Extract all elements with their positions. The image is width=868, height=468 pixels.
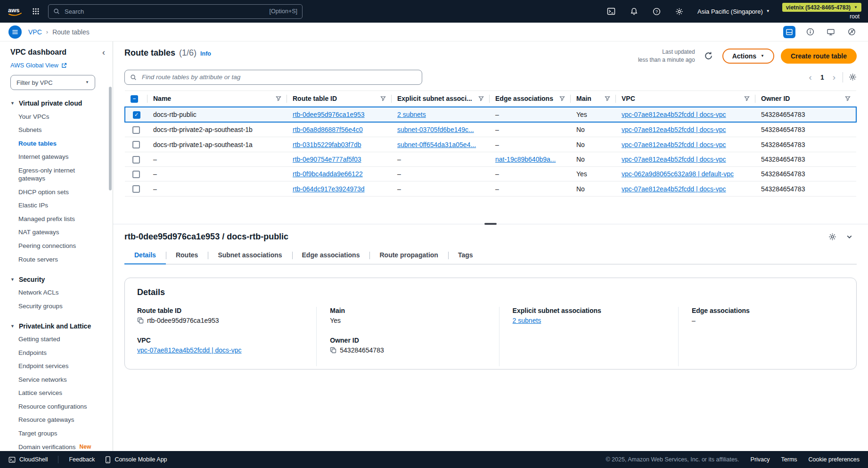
row-checkbox[interactable] [132, 185, 140, 193]
global-search-input[interactable] [64, 8, 266, 16]
route-table-id-link[interactable]: rtb-06a8d86887f56e4c0 [293, 126, 363, 133]
filter-icon[interactable] [845, 96, 851, 101]
sidebar-item-target-groups[interactable]: Target groups [10, 427, 103, 440]
filter-icon[interactable] [744, 96, 750, 101]
region-selector[interactable]: Asia Pacific (Singapore) ▼ [697, 8, 770, 15]
sidebar-item-peering-connections[interactable]: Peering connections [10, 239, 103, 253]
edge-association-link[interactable]: nat-19c89b640b9a... [495, 156, 556, 163]
sidebar-item-route-servers[interactable]: Route servers [10, 253, 103, 266]
global-search[interactable]: [Option+S] [48, 4, 303, 19]
tab-tags[interactable]: Tags [448, 247, 483, 264]
sidebar-section-security[interactable]: ▼Security [10, 276, 113, 283]
tab-route-propagation[interactable]: Route propagation [369, 247, 448, 264]
sidebar-item-your-vpcs[interactable]: Your VPCs [10, 110, 103, 123]
copy-icon[interactable] [137, 317, 144, 324]
breadcrumb-vpc[interactable]: VPC [28, 28, 42, 36]
field-value-link[interactable]: vpc-07ae812ea4b52fcdd | docs-vpc [137, 346, 242, 354]
find-route-tables-text-input[interactable] [141, 73, 417, 81]
vpc-link[interactable]: vpc-07ae812ea4b52fcdd | docs-vpc [622, 185, 726, 193]
filter-icon[interactable] [380, 96, 386, 101]
sidebar-item-elastic-ips[interactable]: Elastic IPs [10, 199, 103, 213]
keyboard-shortcuts-icon[interactable] [825, 26, 837, 38]
cloudshell-footer-button[interactable]: CloudShell [8, 456, 48, 463]
column-header-edge-associations[interactable]: Edge associations [490, 90, 571, 107]
sidebar-item-security-groups[interactable]: Security groups [10, 299, 103, 313]
collapse-sidebar-icon[interactable]: ‹ [102, 48, 105, 57]
vpc-link[interactable]: vpc-07ae812ea4b52fcdd | docs-vpc [622, 156, 726, 163]
tab-edge-associations[interactable]: Edge associations [292, 247, 370, 264]
sidebar-section-virtual-private-cloud[interactable]: ▼Virtual private cloud [10, 99, 113, 107]
next-page-icon[interactable]: › [831, 73, 837, 82]
sidebar-item-endpoint-services[interactable]: Endpoint services [10, 360, 103, 373]
aws-logo[interactable]: aws [7, 5, 24, 17]
create-route-table-button[interactable]: Create route table [781, 49, 857, 64]
sidebar-item-domain-verifications[interactable]: Domain verificationsNew [10, 440, 103, 451]
settings-icon[interactable] [671, 3, 687, 19]
explicit-subnet-link[interactable]: 2 subnets [397, 111, 426, 118]
footer-link-privacy[interactable]: Privacy [751, 456, 770, 463]
collapse-panel-chevron-icon[interactable] [846, 233, 853, 240]
info-link[interactable]: Info [200, 50, 211, 57]
column-header-owner-id[interactable]: Owner ID [755, 90, 856, 107]
sidebar-item-resource-configurations[interactable]: Resource configurations [10, 400, 103, 413]
filter-icon[interactable] [276, 96, 281, 101]
tab-subnet-associations[interactable]: Subnet associations [208, 247, 292, 264]
route-table-id-link[interactable]: rtb-064dc917e3924973d [293, 185, 365, 193]
column-header-vpc[interactable]: VPC [616, 90, 755, 107]
actions-button[interactable]: Actions ▼ [722, 49, 774, 64]
sidebar-item-nat-gateways[interactable]: NAT gateways [10, 226, 103, 239]
panel-preferences-gear-icon[interactable] [828, 233, 836, 241]
route-table-id-link[interactable]: rtb-0e90754e777af5f03 [293, 156, 361, 163]
filter-icon[interactable] [559, 96, 565, 101]
filter-icon[interactable] [605, 96, 610, 101]
filter-by-vpc-select[interactable]: Filter by VPC ▼ [10, 75, 95, 90]
field-value-link[interactable]: 2 subnets [513, 317, 541, 324]
table-preferences-gear-icon[interactable] [849, 73, 857, 81]
apps-grid-icon[interactable] [30, 6, 41, 17]
column-header-route-table-id[interactable]: Route table ID [287, 90, 392, 107]
vpc-link[interactable]: vpc-07ae812ea4b52fcdd | docs-vpc [622, 126, 726, 133]
sidebar-item-endpoints[interactable]: Endpoints [10, 346, 103, 360]
aws-global-view-link[interactable]: AWS Global View [10, 62, 67, 69]
sidebar-item-service-networks[interactable]: Service networks [10, 373, 103, 386]
sidebar-item-egress-only-internet-gateways[interactable]: Egress-only internet gateways [10, 164, 103, 185]
find-route-tables-input[interactable] [124, 70, 422, 85]
menu-icon[interactable] [8, 25, 22, 39]
account-menu[interactable]: vietnix (5432-8465-4783) ▼ [782, 3, 861, 12]
route-table-id-link[interactable]: rtb-0dee95d976ca1e953 [293, 111, 365, 118]
row-checkbox[interactable] [132, 141, 140, 148]
footer-link-cookie-preferences[interactable]: Cookie preferences [809, 456, 860, 463]
select-all-checkbox[interactable]: – [131, 95, 138, 103]
row-checkbox[interactable]: ✓ [133, 111, 140, 119]
sidebar-scrollbar[interactable] [109, 87, 112, 190]
sidebar-item-lattice-services[interactable]: Lattice services [10, 386, 103, 400]
split-view-icon[interactable] [783, 26, 795, 38]
route-table-id-link[interactable]: rtb-031b5229fab03f7db [293, 141, 361, 148]
sidebar-item-managed-prefix-lists[interactable]: Managed prefix lists [10, 212, 103, 226]
sidebar-item-getting-started[interactable]: Getting started [10, 333, 103, 346]
copy-icon[interactable] [330, 347, 336, 353]
column-header-explicit-subnet-associ[interactable]: Explicit subnet associ... [392, 90, 490, 107]
refresh-icon[interactable] [702, 49, 716, 63]
session-timer-icon[interactable] [845, 26, 858, 38]
sidebar-item-internet-gateways[interactable]: Internet gateways [10, 150, 103, 164]
explicit-subnet-link[interactable]: subnet-03705fd6be149c... [397, 126, 474, 133]
row-checkbox[interactable] [132, 156, 140, 164]
feedback-button[interactable]: Feedback [69, 456, 95, 463]
column-header-name[interactable]: Name [147, 90, 287, 107]
sidebar-item-network-acls[interactable]: Network ACLs [10, 286, 103, 300]
route-table-id-link[interactable]: rtb-0f9bc4adda9e66122 [293, 170, 363, 178]
vpc-link[interactable]: vpc-062a9d8065c632a98 | default-vpc [622, 170, 734, 178]
vpc-link[interactable]: vpc-07ae812ea4b52fcdd | docs-vpc [622, 111, 726, 118]
console-mobile-app-button[interactable]: Console Mobile App [105, 456, 167, 463]
help-icon[interactable]: ? [648, 3, 664, 19]
explicit-subnet-link[interactable]: subnet-0ff654da31a05e4... [397, 141, 476, 148]
info-icon[interactable] [804, 26, 816, 38]
page-number[interactable]: 1 [819, 74, 826, 81]
split-panel-resize-handle[interactable] [484, 223, 497, 225]
row-checkbox[interactable] [132, 126, 140, 134]
sidebar-item-subnets[interactable]: Subnets [10, 123, 103, 137]
column-header-main[interactable]: Main [571, 90, 616, 107]
row-checkbox[interactable] [132, 171, 140, 178]
sidebar-item-route-tables[interactable]: Route tables [10, 137, 103, 150]
